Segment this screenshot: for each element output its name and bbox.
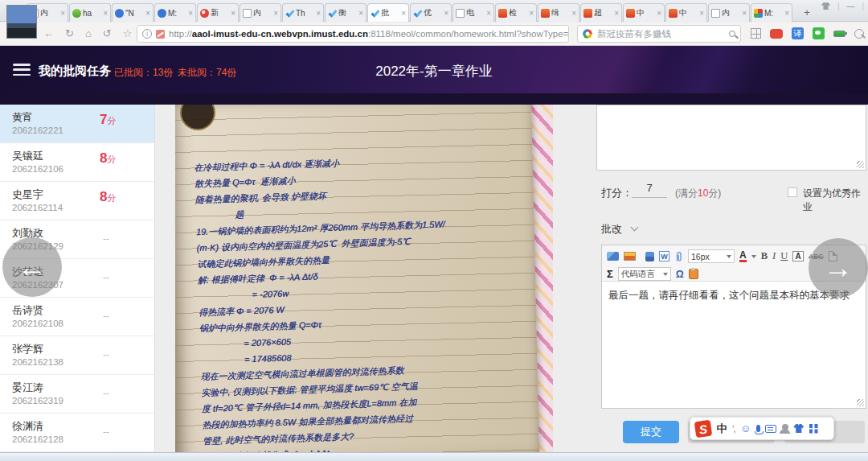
font-color-caret-icon[interactable]: [751, 255, 756, 258]
highlight-color-icon[interactable]: A: [792, 251, 804, 261]
browser-tab[interactable]: Th ×: [282, 3, 324, 22]
browser-tab[interactable]: 缉 ×: [538, 3, 579, 22]
tab-close-icon[interactable]: ×: [657, 9, 661, 18]
tools-wrench-icon[interactable]: [854, 29, 864, 39]
new-tab-button[interactable]: +: [800, 6, 813, 19]
browser-tab[interactable]: 内 ×: [240, 3, 281, 22]
favorite-icon[interactable]: ☆: [123, 27, 133, 40]
tab-close-icon[interactable]: ×: [699, 9, 704, 18]
comment-textarea[interactable]: [596, 105, 866, 171]
tab-close-icon[interactable]: ×: [188, 9, 193, 18]
ime-skin-icon[interactable]: [793, 424, 804, 433]
tab-close-icon[interactable]: ×: [486, 9, 491, 18]
submit-button[interactable]: 提交: [623, 421, 679, 443]
browser-tab[interactable]: M: ×: [751, 3, 792, 22]
voice-input-icon[interactable]: [756, 425, 760, 432]
battery-icon[interactable]: [833, 31, 845, 37]
special-char-icon[interactable]: Ω: [676, 269, 684, 280]
attachment-paperclip-icon[interactable]: [674, 251, 683, 262]
tab-close-icon[interactable]: ×: [273, 9, 278, 18]
browser-tab[interactable]: 新 ×: [197, 3, 239, 22]
tab-close-icon[interactable]: ×: [571, 9, 576, 18]
browser-tab[interactable]: 检 ×: [495, 3, 537, 22]
student-row[interactable]: 徐渊清 2062162128 --: [0, 414, 154, 452]
sum-formula-icon[interactable]: Σ: [607, 268, 613, 280]
font-color-icon[interactable]: A: [739, 251, 747, 262]
student-row[interactable]: 吴镶廷 2062162106 8分: [0, 143, 154, 182]
browser-tab[interactable]: ha ×: [69, 3, 111, 22]
emoji-icon[interactable]: ☺: [740, 423, 751, 434]
student-row[interactable]: 张学辉 2062162138 --: [0, 336, 154, 375]
underline-icon[interactable]: U: [780, 250, 788, 262]
browser-tab[interactable]: 内 ×: [708, 3, 750, 22]
tab-close-icon[interactable]: ×: [401, 9, 406, 18]
score-input[interactable]: 7: [632, 182, 667, 198]
search-icon[interactable]: [729, 31, 735, 37]
font-size-select[interactable]: 16px: [688, 249, 735, 263]
tab-close-icon[interactable]: ×: [103, 9, 108, 18]
tab-close-icon[interactable]: ×: [529, 9, 534, 18]
formula-block-icon[interactable]: [645, 252, 654, 261]
browser-tab[interactable]: 优 ×: [410, 3, 452, 22]
editor-resize-handle[interactable]: [857, 399, 864, 406]
chevron-down-icon[interactable]: [631, 224, 639, 232]
games-icon[interactable]: [770, 29, 783, 39]
sogou-logo-icon[interactable]: S: [694, 419, 713, 438]
excellent-checkbox[interactable]: [788, 187, 797, 197]
browser-tab[interactable]: 电 ×: [452, 3, 494, 22]
home-icon[interactable]: ⌂: [85, 27, 92, 40]
student-row[interactable]: 晏江涛 2062162319 --: [0, 375, 154, 414]
bold-icon[interactable]: B: [761, 250, 768, 262]
tab-close-icon[interactable]: ×: [742, 9, 747, 18]
tab-favicon-icon: [669, 9, 678, 18]
insert-image-icon[interactable]: [607, 252, 619, 261]
tab-label: Th: [296, 9, 314, 18]
url-text: http://aaol-imust-edu-cn.webvpn.imust.ed…: [169, 29, 568, 39]
browser-tab[interactable]: "N ×: [112, 3, 154, 22]
insert-picture-icon[interactable]: [624, 252, 636, 261]
word-import-icon[interactable]: W: [659, 251, 669, 261]
tab-close-icon[interactable]: ×: [60, 9, 65, 18]
ime-toolbox-icon[interactable]: [809, 424, 813, 428]
browser-tab[interactable]: 中 ×: [665, 3, 707, 22]
tab-close-icon[interactable]: ×: [444, 9, 448, 18]
browser-tab[interactable]: 超 ×: [580, 3, 622, 22]
tab-close-icon[interactable]: ×: [316, 9, 321, 18]
student-score: --: [103, 272, 109, 283]
browser-tab[interactable]: 批 ×: [367, 3, 409, 22]
ime-account-icon[interactable]: [782, 424, 788, 430]
menu-hamburger-icon[interactable]: [13, 64, 31, 76]
ime-punctuation-toggle[interactable]: ’,: [732, 424, 735, 434]
ime-language-toggle[interactable]: 中: [717, 422, 727, 436]
tab-close-icon[interactable]: ×: [358, 9, 363, 18]
tab-close-icon[interactable]: ×: [614, 9, 619, 18]
minimize-button[interactable]: —: [847, 2, 855, 10]
next-student-button[interactable]: →: [809, 238, 868, 298]
translate-icon[interactable]: 译: [792, 27, 804, 39]
virtual-keyboard-icon[interactable]: [765, 425, 776, 433]
theme-skin-icon[interactable]: [821, 2, 830, 10]
undo-icon[interactable]: ↺: [103, 27, 112, 40]
caret-icon: [663, 273, 668, 276]
page-info-icon[interactable]: i: [142, 29, 152, 39]
tab-close-icon[interactable]: ×: [145, 9, 150, 18]
apps-grid-icon[interactable]: [751, 28, 761, 39]
student-row[interactable]: 黄宵 2062162221 7分: [0, 105, 154, 143]
back-icon[interactable]: ←: [43, 27, 54, 40]
browser-tab[interactable]: 中 ×: [623, 3, 665, 22]
tab-close-icon[interactable]: ×: [231, 9, 235, 18]
search-field[interactable]: 新冠疫苗有多赚钱: [577, 25, 741, 43]
wechat-icon[interactable]: [813, 27, 825, 39]
browser-tab[interactable]: M: ×: [154, 3, 196, 22]
student-row[interactable]: 岳诗贤 2062162108 --: [0, 298, 154, 336]
paste-icon[interactable]: [689, 269, 698, 279]
url-field[interactable]: i http://aaol-imust-edu-cn.webvpn.imust.…: [137, 25, 569, 43]
refresh-icon[interactable]: ↻: [65, 27, 74, 40]
previous-student-button[interactable]: ←: [2, 237, 62, 297]
resize-handle[interactable]: [857, 161, 864, 168]
browser-tab[interactable]: 衡 ×: [325, 3, 366, 22]
tab-close-icon[interactable]: ×: [784, 9, 789, 18]
code-language-select[interactable]: 代码语言: [618, 267, 671, 281]
italic-icon[interactable]: I: [772, 250, 776, 262]
student-row[interactable]: 史星宇 2062162114 8分: [0, 182, 154, 220]
